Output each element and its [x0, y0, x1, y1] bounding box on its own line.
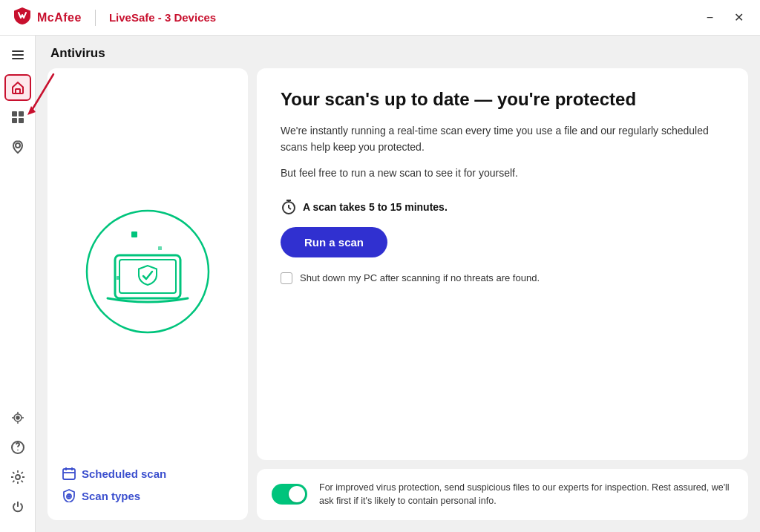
main-area: Antivirus: [36, 36, 760, 532]
sidebar-item-power[interactable]: [4, 493, 31, 520]
bottom-card-text: For improved virus protection, send susp…: [319, 481, 733, 509]
shield-scan-icon: [62, 489, 76, 502]
title-bar-controls: − ✕: [702, 9, 748, 26]
svg-point-28: [68, 496, 70, 497]
close-button[interactable]: ✕: [730, 9, 748, 26]
title-bar-left: McAfee LiveSafe - 3 Devices: [12, 7, 216, 29]
sidebar-top: [4, 42, 31, 401]
hamburger-menu-icon[interactable]: [4, 42, 31, 68]
mcafee-logo: McAfee: [12, 7, 82, 29]
svg-point-14: [16, 416, 19, 419]
sidebar: [0, 36, 36, 532]
minimize-button[interactable]: −: [702, 9, 718, 26]
timer-icon: [281, 199, 297, 215]
svg-rect-6: [12, 118, 17, 123]
svg-rect-1: [12, 54, 24, 56]
sidebar-item-virus[interactable]: [4, 404, 31, 431]
svg-rect-5: [19, 111, 24, 116]
svg-line-31: [289, 208, 291, 209]
scan-description-2: But feel free to run a new scan to see i…: [281, 165, 724, 181]
scan-types-link[interactable]: Scan types: [62, 489, 233, 502]
scan-card: Your scan's up to date — you're protecte…: [257, 68, 748, 460]
sidebar-item-help[interactable]: [4, 434, 31, 461]
left-panel: Scheduled scan Scan types: [48, 68, 248, 520]
left-panel-links: Scheduled scan Scan types: [62, 452, 233, 502]
illustration-area: [81, 91, 214, 452]
bottom-card: For improved virus protection, send susp…: [257, 469, 748, 521]
checkbox-row: Shut down my PC after scanning if no thr…: [281, 272, 724, 284]
sidebar-item-home[interactable]: [4, 74, 31, 101]
sidebar-item-location[interactable]: [4, 134, 31, 160]
svg-rect-2: [12, 58, 24, 59]
sidebar-bottom: [4, 404, 31, 526]
scan-title: Your scan's up to date — you're protecte…: [281, 89, 724, 111]
page-header: Antivirus: [36, 36, 760, 68]
checkbox-label: Shut down my PC after scanning if no thr…: [300, 272, 540, 283]
svg-point-17: [87, 211, 209, 332]
scan-time-row: A scan takes 5 to 15 minutes.: [281, 199, 724, 215]
sidebar-item-apps[interactable]: [4, 104, 31, 131]
sidebar-item-settings[interactable]: [4, 464, 31, 490]
calendar-icon: [62, 467, 76, 480]
scan-time-text: A scan takes 5 to 15 minutes.: [303, 201, 448, 213]
title-product-text: LiveSafe - 3 Devices: [109, 11, 216, 24]
page-title: Antivirus: [50, 46, 105, 60]
right-panel: Your scan's up to date — you're protecte…: [257, 68, 748, 520]
svg-rect-0: [12, 50, 24, 52]
scheduled-scan-link[interactable]: Scheduled scan: [62, 467, 233, 480]
title-divider: [95, 10, 96, 26]
title-bar: McAfee LiveSafe - 3 Devices − ✕: [0, 0, 760, 36]
svg-rect-19: [158, 246, 162, 250]
svg-point-16: [16, 475, 20, 479]
scan-description-1: We're instantly running a real-time scan…: [281, 122, 724, 156]
svg-rect-18: [131, 231, 137, 237]
svg-rect-4: [12, 111, 17, 116]
virus-protection-toggle[interactable]: [272, 484, 307, 505]
svg-rect-7: [19, 118, 24, 123]
content-area: Scheduled scan Scan types: [36, 68, 760, 532]
toggle-track: [272, 484, 307, 505]
mcafee-brand-text: McAfee: [37, 11, 82, 24]
shutdown-checkbox[interactable]: [281, 272, 292, 284]
svg-rect-3: [16, 89, 20, 93]
run-scan-button[interactable]: Run a scan: [281, 227, 387, 257]
app-body: Antivirus: [0, 36, 760, 532]
toggle-thumb: [289, 486, 305, 502]
mcafee-shield-icon: [12, 7, 33, 29]
svg-rect-23: [63, 469, 75, 479]
svg-point-8: [16, 143, 20, 148]
